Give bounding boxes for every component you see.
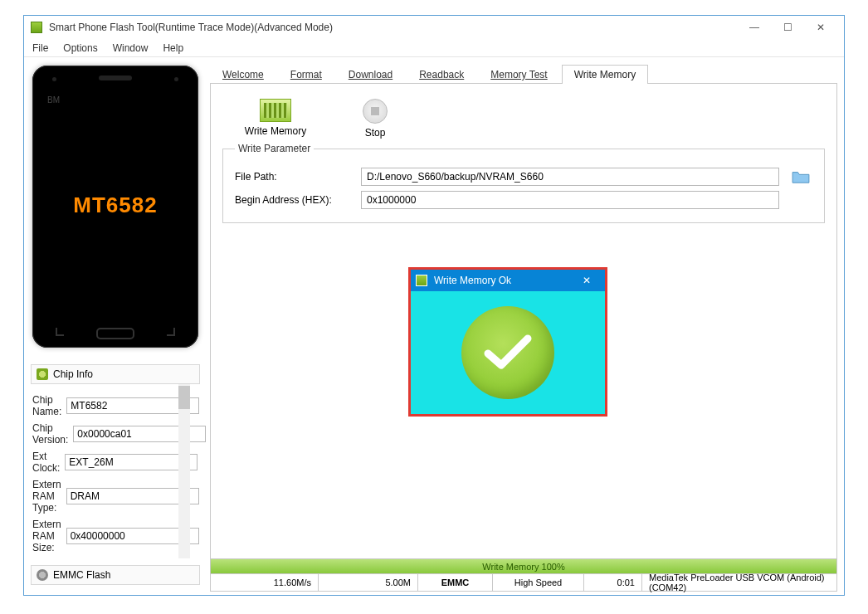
- phone-screen: BM MT6582: [42, 92, 188, 318]
- chip-label: MT6582: [73, 192, 157, 218]
- status-mode: High Speed: [493, 574, 584, 591]
- begin-address-input[interactable]: [361, 191, 779, 209]
- emmc-flash-title: EMMC Flash: [53, 569, 110, 581]
- chip-version-label: Chip Version:: [32, 422, 68, 446]
- window-title: Smart Phone Flash Tool(Runtime Trace Mod…: [49, 22, 738, 33]
- success-check-icon: [461, 306, 554, 399]
- dialog-titlebar[interactable]: Write Memory Ok ✕: [411, 270, 605, 291]
- menubar: File Options Window Help: [24, 39, 844, 57]
- left-column: BM MT6582 Chip Info Chip Name: Chip Vers…: [24, 57, 207, 595]
- stop-icon: [363, 99, 388, 124]
- phone-speaker-icon: [99, 76, 132, 80]
- tab-format[interactable]: Format: [278, 65, 334, 84]
- stop-label: Stop: [365, 127, 386, 139]
- titlebar[interactable]: Smart Phone Flash Tool(Runtime Trace Mod…: [24, 16, 844, 39]
- stop-button[interactable]: Stop: [342, 99, 408, 139]
- app-icon: [31, 22, 42, 33]
- status-port: MediaTek PreLoader USB VCOM (Android) (C…: [642, 574, 836, 591]
- status-row: 11.60M/s 5.00M EMMC High Speed 0:01 Medi…: [211, 574, 836, 591]
- menu-help[interactable]: Help: [163, 42, 183, 54]
- menu-file[interactable]: File: [32, 42, 48, 54]
- dialog-close-button[interactable]: ✕: [573, 271, 600, 290]
- write-memory-ok-dialog[interactable]: Write Memory Ok ✕: [408, 267, 607, 417]
- begin-address-label: Begin Address (HEX):: [235, 194, 351, 206]
- phone-home-icon: [96, 328, 134, 339]
- tab-welcome[interactable]: Welcome: [210, 65, 276, 84]
- tab-download[interactable]: Download: [336, 65, 405, 84]
- file-path-input[interactable]: [361, 168, 779, 186]
- write-memory-label: Write Memory: [245, 125, 306, 137]
- write-parameter-legend: Write Parameter: [235, 143, 314, 154]
- phone-camera-icon: [174, 77, 178, 81]
- tabbar: Welcome Format Download Readback Memory …: [210, 64, 837, 84]
- maximize-button[interactable]: ☐: [771, 18, 804, 37]
- dialog-title: Write Memory Ok: [434, 275, 573, 286]
- status-size: 5.00M: [319, 574, 418, 591]
- memory-chip-icon: [260, 99, 291, 122]
- close-button[interactable]: ✕: [804, 18, 837, 37]
- tab-readback[interactable]: Readback: [407, 65, 476, 84]
- phone-brand: BM: [47, 95, 60, 105]
- write-parameter-group: Write Parameter File Path: Begin Address…: [222, 149, 825, 223]
- dialog-body: [411, 291, 605, 414]
- phone-back-icon: [56, 328, 64, 336]
- phone-sensor-icon: [52, 77, 56, 81]
- menu-window[interactable]: Window: [113, 42, 149, 54]
- minimize-button[interactable]: —: [738, 18, 771, 37]
- tab-write-memory[interactable]: Write Memory: [562, 65, 648, 84]
- chip-icon: [37, 368, 48, 380]
- menu-options[interactable]: Options: [63, 42, 97, 54]
- dialog-app-icon: [416, 275, 427, 286]
- scrollbar-rail[interactable]: [178, 384, 190, 558]
- chip-name-label: Chip Name:: [32, 394, 61, 417]
- tab-memory-test[interactable]: Memory Test: [478, 65, 559, 84]
- status-time: 0:01: [584, 574, 642, 591]
- status-storage: EMMC: [418, 574, 493, 591]
- status-bar: Write Memory 100% 11.60M/s 5.00M EMMC Hi…: [210, 559, 837, 592]
- scrollbar-thumb[interactable]: [178, 386, 190, 409]
- chip-info-panel: Chip Name: Chip Version: Ext Clock: Exte…: [31, 384, 200, 558]
- gear-icon: [37, 569, 48, 581]
- emmc-flash-header[interactable]: EMMC Flash: [31, 565, 200, 585]
- folder-icon: [792, 169, 810, 184]
- browse-button[interactable]: [789, 168, 812, 186]
- chip-info-title: Chip Info: [53, 368, 93, 380]
- phone-preview: BM MT6582: [32, 66, 198, 348]
- file-path-label: File Path:: [235, 171, 351, 183]
- chip-info-header[interactable]: Chip Info: [31, 364, 200, 384]
- ext-ram-size-label: Extern RAM Size:: [32, 519, 61, 553]
- toolbar: Write Memory Stop: [222, 95, 825, 149]
- status-speed: 11.60M/s: [211, 574, 319, 591]
- phone-menu-icon: [167, 328, 175, 336]
- ext-clock-label: Ext Clock:: [32, 451, 60, 474]
- write-memory-button[interactable]: Write Memory: [242, 99, 309, 139]
- ext-ram-type-label: Extern RAM Type:: [32, 479, 61, 514]
